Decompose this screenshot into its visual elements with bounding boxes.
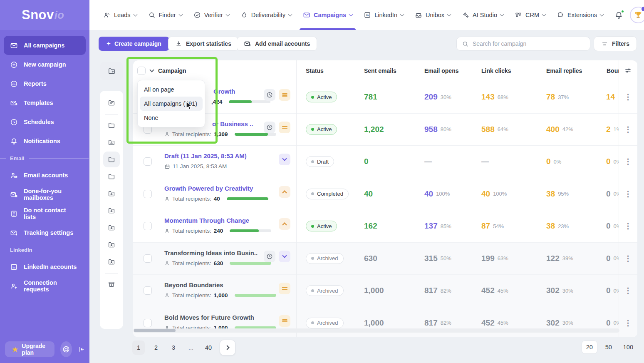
sidebar-item-notifications[interactable]: Notifications <box>4 132 86 151</box>
folder-shared-item[interactable] <box>103 203 120 219</box>
page-size-20[interactable]: 20 <box>582 341 597 354</box>
folder-shared-item[interactable] <box>103 237 120 253</box>
column-header-bounces[interactable]: Boun <box>598 67 619 74</box>
page-button-3[interactable]: 3 <box>167 341 180 355</box>
sidebar-item-schedules[interactable]: Schedules <box>4 112 86 132</box>
document-list-icon <box>10 210 18 218</box>
row-checkbox[interactable] <box>144 190 152 198</box>
add-folder-button[interactable] <box>100 62 123 80</box>
sidebar-item-linkedin-accounts[interactable]: in LinkedIn accounts <box>4 257 86 276</box>
row-menu-button[interactable]: ⋮ <box>624 190 632 198</box>
sidebar-collapse-button[interactable] <box>78 346 85 353</box>
column-header-sent-emails[interactable]: Sent emails <box>357 67 416 74</box>
folder-item[interactable] <box>103 169 120 184</box>
folder-shared-item[interactable] <box>103 254 120 270</box>
row-menu-button[interactable]: ⋮ <box>624 93 632 101</box>
search-input[interactable] <box>473 40 585 47</box>
add-email-accounts-button[interactable]: Add email accounts <box>237 37 317 51</box>
expand-chevron-button[interactable] <box>279 251 290 262</box>
folder-all-lists[interactable] <box>103 95 120 111</box>
select-all-checkbox[interactable] <box>137 67 146 75</box>
nav-item-ai-studio[interactable]: AI Studio <box>462 0 503 30</box>
achievements-button[interactable] <box>630 7 644 23</box>
campaign-title-link[interactable]: Beyond Boundaries <box>164 281 296 288</box>
folder-shared-item[interactable] <box>103 220 120 236</box>
row-menu-button[interactable]: ⋮ <box>624 158 632 165</box>
collapse-chevron-button[interactable] <box>279 218 290 230</box>
row-checkbox[interactable] <box>144 319 152 327</box>
campaign-title-link[interactable]: Growth Powered by Creativity <box>164 185 296 192</box>
app-logo[interactable]: Snovio <box>0 0 89 30</box>
export-statistics-button[interactable]: Export statistics <box>168 37 238 51</box>
dropdown-item-none[interactable]: None <box>140 111 203 125</box>
row-checkbox[interactable] <box>144 254 152 263</box>
nav-item-crm[interactable]: CRM <box>515 0 545 30</box>
pause-button[interactable] <box>279 315 290 327</box>
upgrade-plan-button[interactable]: ★ Upgrade plan <box>5 341 54 357</box>
column-header-link-clicks[interactable]: Link clicks <box>473 67 538 74</box>
column-header-email-opens[interactable]: Email opens <box>416 67 473 74</box>
archive-folder-button[interactable] <box>103 276 120 292</box>
column-header-email-replies[interactable]: Email replies <box>538 67 598 74</box>
page-button-2[interactable]: 2 <box>150 341 162 355</box>
row-menu-button[interactable]: ⋮ <box>624 319 632 327</box>
select-dropdown-chevron-icon[interactable] <box>149 67 154 72</box>
campaign-title-link[interactable]: Bold Moves for Future Growth <box>164 314 296 321</box>
next-page-button[interactable] <box>220 340 235 356</box>
row-checkbox[interactable] <box>144 157 152 166</box>
page-size-100[interactable]: 100 <box>620 341 637 354</box>
nav-item-linkedin[interactable]: in LinkedIn <box>364 0 404 30</box>
sidebar-item-connection-requests[interactable]: Connection requests <box>4 276 86 296</box>
schedule-clock-button[interactable] <box>264 251 275 262</box>
collapse-chevron-button[interactable] <box>279 186 290 198</box>
nav-item-deliverability[interactable]: Deliverability <box>240 0 292 30</box>
nav-item-campaigns[interactable]: Campaigns <box>303 0 352 30</box>
campaign-title-link[interactable]: Momentum Through Change <box>164 217 296 224</box>
nav-item-extensions[interactable]: Extensions <box>557 0 603 30</box>
expand-chevron-button[interactable] <box>279 154 290 165</box>
row-checkbox[interactable] <box>144 222 152 230</box>
notifications-button[interactable] <box>614 11 623 20</box>
row-checkbox[interactable] <box>144 286 152 295</box>
bounces-value: 0 <box>606 221 611 231</box>
sidebar-item-all-campaigns[interactable]: All campaigns <box>4 36 86 55</box>
column-settings-icon[interactable] <box>624 67 632 74</box>
sidebar-item-templates[interactable]: Templates <box>4 93 86 112</box>
row-menu-button[interactable]: ⋮ <box>624 287 632 294</box>
dropdown-item-all-campaigns[interactable]: All campaigns (791) <box>140 97 203 111</box>
scrollbar-thumb[interactable] <box>134 329 176 332</box>
schedule-clock-button[interactable] <box>264 89 275 101</box>
pause-button[interactable] <box>279 283 290 294</box>
nav-item-unibox[interactable]: Unibox <box>415 0 451 30</box>
filters-button[interactable]: Filters <box>594 36 637 51</box>
sidebar-item-new-campaign[interactable]: New campaign <box>4 55 86 74</box>
row-menu-button[interactable]: ⋮ <box>624 126 632 133</box>
folder-shared-item[interactable] <box>103 186 120 201</box>
dropdown-item-all-on-page[interactable]: All on page <box>140 82 203 97</box>
help-button[interactable] <box>60 341 72 357</box>
sidebar-item-do-not-contact-lists[interactable]: Do not contact lists <box>4 204 86 223</box>
nav-item-leads[interactable]: Leads <box>103 0 137 30</box>
status-badge: Archived <box>306 318 344 328</box>
sidebar-item-email-accounts[interactable]: Email accounts <box>4 166 86 185</box>
sidebar-item-tracking-settings[interactable]: Tracking settings <box>4 223 86 242</box>
page-button-1[interactable]: 1 <box>132 341 145 355</box>
page-size-50[interactable]: 50 <box>601 341 617 354</box>
folder-item-selected[interactable] <box>103 152 120 167</box>
pause-button[interactable] <box>279 122 290 133</box>
column-header-campaign[interactable]: Campaign <box>158 67 186 74</box>
column-header-status[interactable]: Status <box>296 67 357 74</box>
sidebar-item-done-for-you-mailboxes[interactable]: Done-for-you mailboxes <box>4 185 86 204</box>
page-button-40[interactable]: 40 <box>202 341 215 355</box>
campaign-title-link[interactable]: Draft (11 Jan 2025, 8:53 AM) <box>164 152 296 159</box>
schedule-clock-button[interactable] <box>264 122 275 133</box>
pause-button[interactable] <box>279 89 290 101</box>
sidebar-item-reports[interactable]: Reports <box>4 74 86 93</box>
row-menu-button[interactable]: ⋮ <box>624 222 632 230</box>
row-menu-button[interactable]: ⋮ <box>624 255 632 262</box>
nav-item-finder[interactable]: Finder <box>148 0 182 30</box>
nav-item-verifier[interactable]: Verifier <box>193 0 229 30</box>
folder-item[interactable] <box>103 117 120 133</box>
create-campaign-button[interactable]: + Create campaign <box>99 37 169 51</box>
folder-shared-item[interactable] <box>103 134 120 150</box>
